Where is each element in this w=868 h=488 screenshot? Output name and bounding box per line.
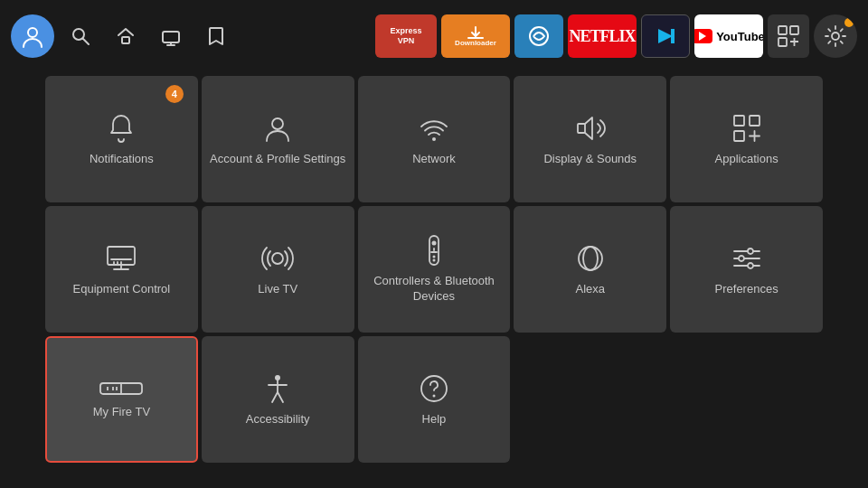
tile-preferences-label: Preferences	[708, 282, 786, 297]
tile-livetv-label: Live TV	[250, 282, 305, 297]
downloader-label: Downloader	[455, 39, 496, 47]
tile-account-label: Account & Profile Settings	[203, 152, 353, 167]
youtube-label: YouTube	[716, 30, 763, 43]
sliders-icon	[731, 242, 763, 275]
tile-alexa[interactable]: Alexa	[514, 206, 666, 333]
netflix-app[interactable]: NETFLIX	[568, 14, 637, 58]
firetv-icon	[99, 380, 144, 398]
notifications-badge: 4	[165, 85, 184, 103]
tile-notifications[interactable]: 4 Notifications	[45, 76, 198, 202]
tile-alexa-label: Alexa	[569, 282, 613, 297]
expressvpn-label: ExpressVPN	[390, 26, 421, 46]
bookmark-button[interactable]	[197, 17, 235, 55]
tile-notifications-label: Notifications	[82, 152, 161, 167]
tile-controllers[interactable]: Controllers & Bluetooth Devices	[358, 206, 511, 333]
svg-marker-10	[658, 29, 673, 43]
search-button[interactable]	[61, 17, 99, 55]
svg-point-46	[739, 256, 744, 261]
svg-rect-20	[578, 124, 585, 133]
svg-point-18	[272, 118, 283, 129]
tile-accessibility-label: Accessibility	[239, 412, 317, 427]
svg-point-41	[583, 247, 598, 270]
svg-line-2	[83, 39, 90, 45]
antenna-icon	[261, 242, 294, 275]
netflix-label: NETFLIX	[570, 27, 636, 46]
top-nav-bar: ExpressVPN Downloader NETFLIX	[0, 0, 868, 72]
svg-point-17	[832, 33, 839, 40]
tile-display-label: Display & Sounds	[536, 152, 644, 167]
svg-line-57	[278, 392, 283, 402]
tile-myfiretv-label: My Fire TV	[86, 405, 157, 420]
tile-applications[interactable]: Applications	[670, 76, 823, 202]
tile-display[interactable]: Display & Sounds	[514, 76, 666, 202]
svg-point-19	[432, 137, 436, 141]
remote-icon	[418, 234, 450, 267]
svg-rect-3	[122, 37, 129, 43]
svg-point-38	[432, 256, 435, 258]
tile-help-label: Help	[415, 412, 454, 427]
svg-rect-22	[750, 116, 760, 126]
nav-left	[11, 14, 235, 58]
accessibility-icon	[261, 372, 294, 405]
tile-applications-label: Applications	[708, 152, 786, 167]
settings-grid: 4 Notifications Account & Profile Settin…	[0, 72, 868, 466]
expressvpn-app[interactable]: ExpressVPN	[375, 14, 437, 58]
tile-controllers-label: Controllers & Bluetooth Devices	[358, 274, 511, 305]
tile-preferences[interactable]: Preferences	[670, 206, 823, 333]
tile-account[interactable]: Account & Profile Settings	[202, 76, 354, 202]
svg-rect-13	[790, 26, 798, 34]
help-icon	[418, 372, 450, 405]
svg-point-59	[432, 394, 435, 397]
svg-rect-11	[671, 29, 675, 43]
svg-rect-21	[734, 116, 744, 126]
apps-icon	[731, 112, 763, 145]
blue-app[interactable]	[514, 14, 563, 58]
tile-help[interactable]: Help	[358, 336, 511, 463]
svg-point-35	[431, 241, 436, 246]
youtube-app[interactable]: YouTube	[694, 14, 763, 58]
tile-equipment-label: Equipment Control	[66, 282, 178, 297]
alexa-icon	[574, 242, 607, 275]
svg-point-45	[748, 249, 753, 254]
svg-rect-4	[163, 32, 179, 42]
monitor-icon	[105, 242, 137, 275]
tile-network-label: Network	[405, 152, 463, 167]
wifi-icon	[418, 112, 450, 145]
svg-rect-23	[734, 131, 744, 141]
youtube-brand: YouTube	[694, 29, 763, 43]
svg-rect-14	[778, 38, 787, 46]
tv-button[interactable]	[152, 17, 190, 55]
person-icon	[261, 112, 294, 145]
grid-app-button[interactable]	[768, 14, 809, 58]
svg-point-39	[432, 259, 435, 262]
home-button[interactable]	[107, 17, 145, 55]
bell-icon	[105, 112, 137, 145]
tile-accessibility[interactable]: Accessibility	[202, 336, 354, 463]
svg-point-47	[748, 263, 753, 268]
downloader-app[interactable]: Downloader	[441, 14, 510, 58]
settings-button[interactable]	[814, 14, 857, 58]
settings-notification-dot	[844, 18, 854, 27]
volume-icon	[574, 112, 607, 145]
svg-point-33	[272, 253, 283, 264]
user-avatar[interactable]	[11, 14, 54, 58]
kodi-app[interactable]	[641, 14, 690, 58]
tile-equipment[interactable]: Equipment Control	[45, 206, 198, 333]
tile-myfiretv[interactable]: My Fire TV	[45, 336, 198, 463]
svg-point-40	[579, 247, 602, 270]
svg-point-0	[28, 28, 37, 37]
tile-network[interactable]: Network	[358, 76, 511, 202]
svg-line-56	[272, 392, 278, 402]
app-bar: ExpressVPN Downloader NETFLIX	[375, 14, 857, 58]
tile-livetv[interactable]: Live TV	[202, 206, 354, 333]
svg-rect-12	[778, 26, 787, 34]
